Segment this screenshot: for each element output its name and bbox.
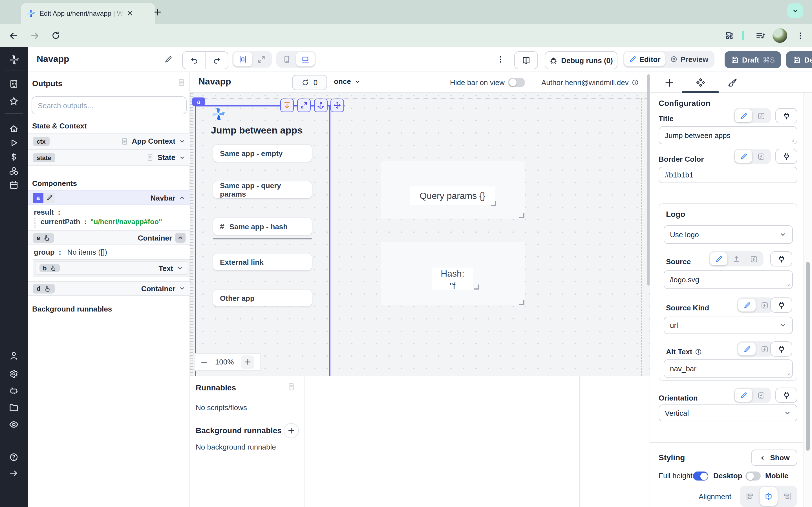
schedules-calendar-icon[interactable] (9, 180, 18, 190)
nav-button-same-app-hash[interactable]: # Same app - hash (213, 218, 312, 235)
textarea-resize-grip[interactable] (784, 281, 791, 287)
rename-pencil-icon[interactable] (164, 55, 172, 64)
textarea-resize-grip[interactable] (784, 370, 791, 376)
reload-icon[interactable] (51, 31, 60, 40)
workers-robot-icon[interactable] (9, 386, 18, 395)
workspace-building-icon[interactable] (9, 79, 18, 89)
title-input[interactable]: Jump between apps (659, 126, 797, 144)
source-kind-select[interactable]: url (664, 317, 793, 334)
static-pencil-icon[interactable] (738, 342, 756, 355)
panel-divider[interactable] (579, 376, 580, 507)
function-icon[interactable] (745, 252, 762, 265)
orientation-connect-plug-button[interactable] (775, 388, 797, 403)
desktop-view-button[interactable] (296, 52, 315, 66)
search-outputs-input[interactable]: Search outputs... (32, 96, 187, 114)
fullscreen-button[interactable] (297, 99, 311, 112)
deploy-button[interactable]: Deploy (786, 51, 812, 68)
static-pencil-icon[interactable] (738, 298, 756, 312)
canvas-body[interactable]: a Jump between apps Same app - empty Sam… (190, 93, 650, 376)
ctx-chevron-down-icon[interactable] (179, 138, 186, 145)
new-tab-icon[interactable] (153, 8, 162, 16)
static-pencil-icon[interactable] (735, 109, 752, 122)
resize-handle[interactable] (491, 201, 496, 206)
move-button[interactable] (331, 99, 344, 112)
component-row-text-b[interactable]: b Text (36, 262, 187, 275)
function-icon[interactable] (752, 389, 770, 402)
docs-book-button[interactable] (514, 51, 538, 69)
source-input[interactable]: /logo.svg (664, 270, 793, 289)
static-pencil-icon[interactable] (735, 150, 752, 163)
component-row-container-e[interactable]: e Container (28, 230, 190, 245)
debug-runs-button[interactable]: Debug runs (0) (545, 51, 617, 69)
home-icon[interactable] (9, 124, 18, 133)
config-scrollbar[interactable] (806, 262, 810, 451)
ctx-row[interactable]: ctx App Context (28, 133, 190, 149)
resize-handle[interactable] (519, 300, 524, 305)
help-icon[interactable] (9, 452, 18, 462)
static-pencil-icon[interactable] (735, 389, 752, 402)
favorites-star-icon[interactable] (9, 96, 18, 106)
redo-button[interactable] (206, 52, 228, 69)
container-e-chevron-up-icon[interactable] (175, 233, 186, 243)
undo-button[interactable] (183, 52, 206, 69)
state-chevron-down-icon[interactable] (179, 154, 186, 161)
logo-select[interactable]: Use logo (664, 225, 793, 244)
resize-handle[interactable] (519, 213, 524, 218)
alt-text-info-icon[interactable] (695, 348, 702, 355)
align-right-button[interactable] (778, 487, 796, 506)
nav-button-other-app[interactable]: Other app (213, 290, 312, 306)
function-icon[interactable] (752, 109, 770, 122)
more-options-kebab-icon[interactable] (496, 55, 505, 64)
profile-avatar[interactable] (772, 28, 787, 43)
settings-gear-icon[interactable] (9, 369, 18, 379)
component-edit-pencil-icon[interactable] (43, 192, 55, 203)
outputs-doc-icon[interactable] (177, 78, 186, 87)
browser-tab[interactable]: Edit App u/henri/navapp | Win (21, 3, 155, 24)
nav-button-external-link[interactable]: External link (213, 253, 312, 270)
align-left-button[interactable] (741, 487, 759, 506)
panel-divider[interactable] (304, 376, 305, 507)
resize-handle[interactable] (474, 284, 479, 290)
browser-menu-kebab-icon[interactable] (796, 32, 805, 40)
draft-button[interactable]: Draft ⌘S (725, 51, 781, 68)
back-icon[interactable] (9, 31, 18, 41)
component-row-container-d[interactable]: d Container (28, 281, 190, 296)
orientation-select[interactable]: Vertical (659, 404, 797, 421)
hide-bar-toggle[interactable] (508, 78, 525, 87)
title-connect-plug-button[interactable] (775, 108, 797, 123)
editor-tab[interactable]: Editor (624, 52, 665, 66)
collapse-sidebar-arrow-icon[interactable] (9, 469, 18, 478)
anchor-button[interactable] (314, 99, 327, 112)
expand-layout-button[interactable] (252, 52, 271, 66)
navbar-chevron-up-icon[interactable] (179, 194, 186, 201)
source-connect-plug-button[interactable] (770, 251, 792, 267)
tab-search-button[interactable] (787, 3, 803, 18)
insert-component-plus-icon[interactable] (664, 78, 674, 88)
tab-close-icon[interactable] (126, 10, 134, 17)
text-b-chevron-down-icon[interactable] (176, 265, 183, 272)
desktop-toggle-on[interactable] (693, 471, 708, 481)
author-info-icon[interactable] (631, 79, 639, 86)
windmill-logo-icon[interactable] (8, 54, 20, 65)
expand-down-button[interactable] (280, 99, 294, 112)
runs-play-icon[interactable] (9, 138, 18, 148)
container-d-chevron-down-icon[interactable] (179, 285, 186, 292)
add-background-runnable-button[interactable] (284, 423, 299, 438)
zoom-in-plus-button[interactable] (241, 355, 254, 369)
extensions-puzzle-icon[interactable] (725, 31, 733, 40)
nav-button-same-app-query[interactable]: Same app - query params (213, 181, 312, 198)
users-person-icon[interactable] (9, 351, 18, 360)
mobile-view-button[interactable] (277, 52, 296, 66)
query-params-panel[interactable]: Query params {} (380, 161, 525, 219)
preview-tab[interactable]: Preview (665, 52, 713, 66)
upload-icon[interactable] (727, 252, 745, 265)
refresh-count-button[interactable]: 0 (292, 75, 327, 90)
static-pencil-icon[interactable] (710, 252, 727, 265)
distribute-layout-button[interactable] (234, 52, 252, 66)
audit-eye-icon[interactable] (9, 420, 18, 429)
run-mode-dropdown[interactable]: once (334, 77, 361, 86)
state-row[interactable]: state State (28, 149, 190, 166)
runnables-doc-icon[interactable] (287, 383, 296, 391)
forward-icon[interactable] (30, 31, 40, 41)
source-kind-connect-plug-button[interactable] (770, 297, 792, 313)
